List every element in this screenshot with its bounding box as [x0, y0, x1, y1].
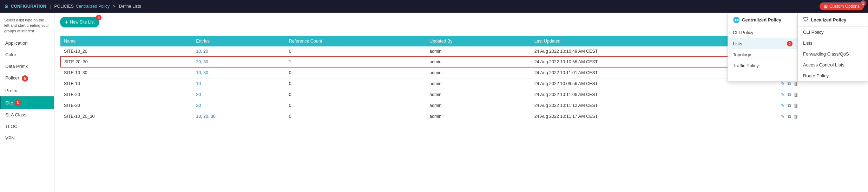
sidebar-item-label: Application — [5, 40, 28, 46]
copy-icon[interactable]: ⧉ — [788, 114, 791, 119]
cell-entries[interactable]: 10 — [192, 78, 285, 89]
localized-policy-header: 🛡 Localized Policy — [798, 13, 868, 27]
entries-link[interactable]: 20, 30 — [196, 59, 208, 64]
sidebar-item-sla-class[interactable]: SLA Class — [0, 109, 54, 121]
entries-link[interactable]: 20 — [196, 92, 201, 97]
sidebar-item-data-prefix[interactable]: Data Prefix — [0, 60, 54, 72]
table-row[interactable]: SITE-10_20_3010, 20, 300admin24 Aug 2022… — [60, 111, 862, 122]
col-ref-count: Reference Count — [285, 36, 426, 46]
sidebar-item-vpn[interactable]: VPN — [0, 132, 54, 144]
cell-name: SITE-20_30 — [60, 57, 192, 67]
cell-ref-count: 0 — [285, 46, 426, 57]
sidebar-item-site[interactable]: Site 3 — [0, 96, 54, 109]
table-row[interactable]: SITE-20200admin24 Aug 2022 10:11:06 AM C… — [60, 89, 862, 100]
sidebar-item-label: SLA Class — [5, 112, 26, 117]
cell-updated-by: admin — [426, 46, 531, 57]
cell-entries[interactable]: 30 — [192, 100, 285, 111]
cli-policy-c-label: CLI Policy — [733, 30, 754, 35]
sidebar-item-tloc[interactable]: TLOC — [0, 121, 54, 132]
cell-actions: ✎⧉🗑 — [777, 111, 862, 122]
cell-entries[interactable]: 20, 30 — [192, 57, 285, 67]
dropdown-topology-c[interactable]: Topology — [728, 49, 797, 60]
custom-options-label: Custom Options — [829, 4, 860, 9]
dropdown-lists-c[interactable]: Lists 2 — [728, 38, 797, 49]
copy-icon[interactable]: ⧉ — [788, 103, 791, 108]
cell-entries[interactable]: 10, 20, 30 — [192, 111, 285, 122]
dropdown-cli-policy-c[interactable]: CLI Policy — [728, 27, 797, 38]
policies-label: POLICIES — [54, 4, 74, 9]
lists-c-label: Lists — [733, 41, 742, 46]
sidebar-item-label: Policer — [5, 76, 19, 81]
custom-options-button[interactable]: ▦ Custom Options 1 — [820, 2, 864, 10]
cell-actions: ✎⧉🗑 — [777, 100, 862, 111]
dropdown-route-l[interactable]: Route Policy — [798, 70, 868, 81]
sidebar-item-application[interactable]: Application — [0, 37, 54, 49]
delete-icon[interactable]: 🗑 — [794, 81, 798, 87]
cell-entries[interactable]: 10, 30 — [192, 67, 285, 78]
dropdown-forwarding-l[interactable]: Forwarding Class/QoS — [798, 49, 868, 59]
edit-icon[interactable]: ✎ — [781, 81, 785, 87]
col-updated-by: Updated By — [426, 36, 531, 46]
edit-icon[interactable]: ✎ — [781, 114, 785, 119]
cell-name: SITE-10_30 — [60, 67, 192, 78]
action-icons: ✎⧉🗑 — [781, 81, 859, 87]
site-annotation-badge: 3 — [14, 100, 21, 106]
shield-icon: 🛡 — [803, 17, 809, 23]
lists-badge: 2 — [787, 41, 793, 46]
new-site-list-button[interactable]: + New Site List 4 — [60, 17, 99, 27]
new-site-list-label: New Site List — [70, 20, 94, 25]
cell-updated-by: admin — [426, 67, 531, 78]
delete-icon[interactable]: 🗑 — [794, 114, 798, 119]
cell-last-updated: 24 Aug 2022 10:11:12 AM CEST — [531, 100, 777, 111]
cell-name: SITE-10 — [60, 78, 192, 89]
cell-ref-count: 1 — [285, 57, 426, 67]
cell-entries[interactable]: 20 — [192, 89, 285, 100]
breadcrumb-link[interactable]: Centralized Policy — [76, 4, 110, 9]
topology-c-label: Topology — [733, 52, 751, 57]
cell-ref-count: 0 — [285, 89, 426, 100]
entries-link[interactable]: 30 — [196, 103, 201, 108]
dropdown-traffic-policy-c[interactable]: Traffic Policy — [728, 60, 797, 71]
dropdown-cli-policy-l[interactable]: CLI Policy — [798, 27, 868, 38]
arrow: > — [113, 4, 116, 9]
forwarding-l-label: Forwarding Class/QoS — [803, 51, 849, 57]
entries-link[interactable]: 10, 20, 30 — [196, 114, 216, 119]
centralized-policy-panel: 🌐 Centralized Policy CLI Policy Lists 2 … — [728, 13, 798, 82]
dropdown-overlay: 🌐 Centralized Policy CLI Policy Lists 2 … — [728, 13, 868, 82]
cell-entries[interactable]: 10, 20 — [192, 46, 285, 57]
copy-icon[interactable]: ⧉ — [788, 81, 791, 87]
cell-name: SITE-30 — [60, 100, 192, 111]
cell-updated-by: admin — [426, 111, 531, 122]
sidebar-item-prefix[interactable]: Prefix — [0, 85, 54, 96]
dropdown-access-l[interactable]: Access Control Lists — [798, 59, 868, 70]
config-label: CONFIGURATION — [11, 4, 46, 9]
localized-policy-label: Localized Policy — [811, 17, 846, 23]
sidebar-item-label: VPN — [5, 135, 15, 141]
centralized-policy-label: Centralized Policy — [742, 17, 781, 23]
localized-policy-panel: 🛡 Localized Policy CLI Policy Lists Forw… — [798, 13, 868, 82]
edit-icon[interactable]: ✎ — [781, 103, 785, 108]
col-entries: Entries — [192, 36, 285, 46]
cell-ref-count: 0 — [285, 78, 426, 89]
cell-updated-by: admin — [426, 57, 531, 67]
cell-updated-by: admin — [426, 100, 531, 111]
entries-link[interactable]: 10, 30 — [196, 70, 208, 75]
sidebar-item-policer[interactable]: Policer 5 — [0, 72, 54, 85]
edit-icon[interactable]: ✎ — [781, 92, 785, 97]
delete-icon[interactable]: 🗑 — [794, 103, 798, 108]
delete-icon[interactable]: 🗑 — [794, 92, 798, 97]
sidebar: Select a list type on the left and start… — [0, 13, 54, 192]
separator: | — [50, 4, 51, 9]
sidebar-item-color[interactable]: Color — [0, 49, 54, 60]
entries-link[interactable]: 10, 20 — [196, 49, 208, 54]
dropdown-lists-l[interactable]: Lists — [798, 38, 868, 49]
custom-options-badge: 1 — [860, 0, 866, 6]
table-row[interactable]: SITE-30300admin24 Aug 2022 10:11:12 AM C… — [60, 100, 862, 111]
col-name: Name — [60, 36, 192, 46]
copy-icon[interactable]: ⧉ — [788, 92, 791, 97]
new-site-badge: 4 — [96, 15, 101, 20]
sidebar-item-label: Data Prefix — [5, 64, 28, 69]
entries-link[interactable]: 10 — [196, 81, 201, 86]
cell-ref-count: 0 — [285, 67, 426, 78]
cell-actions: ✎⧉🗑 — [777, 89, 862, 100]
